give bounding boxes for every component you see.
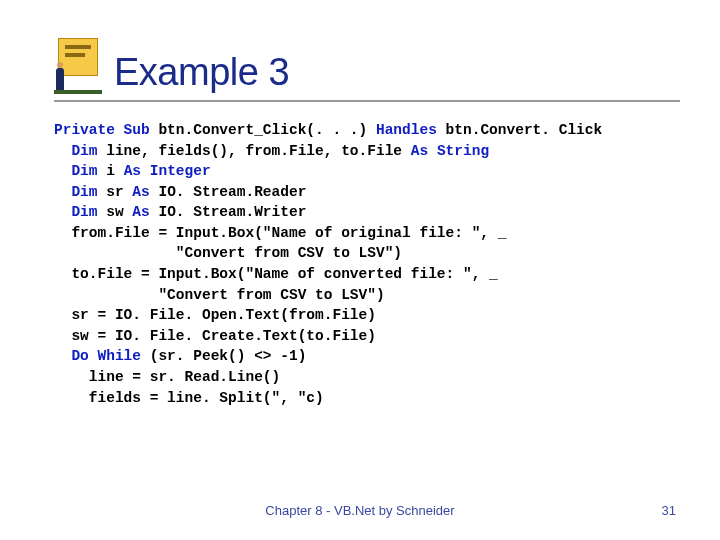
code-text: (sr. Peek() <> -1)	[141, 348, 306, 364]
kw-private-sub: Private Sub	[54, 122, 150, 138]
code-text: to.File = Input.Box("Name of converted f…	[54, 266, 498, 282]
kw-dim: Dim	[54, 204, 98, 220]
code-text: btn.Convert. Click	[437, 122, 602, 138]
code-text: sr	[98, 184, 133, 200]
kw-as: As	[132, 184, 149, 200]
code-text: IO. Stream.Writer	[150, 204, 307, 220]
code-text: line = sr. Read.Line()	[54, 369, 280, 385]
code-text: "Convert from CSV to LSV")	[54, 245, 402, 261]
slide-title: Example 3	[114, 51, 289, 94]
code-text: fields = line. Split(", "c)	[54, 390, 324, 406]
kw-as: As	[132, 204, 149, 220]
kw-do-while: Do While	[54, 348, 141, 364]
code-text: sr = IO. File. Open.Text(from.File)	[54, 307, 376, 323]
code-text: "Convert from CSV to LSV")	[54, 287, 385, 303]
slide: Example 3 Private Sub btn.Convert_Click(…	[0, 0, 720, 540]
code-block: Private Sub btn.Convert_Click(. . .) Han…	[54, 120, 690, 408]
code-text: sw = IO. File. Create.Text(to.File)	[54, 328, 376, 344]
code-text: sw	[98, 204, 133, 220]
slide-icon	[54, 38, 102, 94]
code-text: from.File = Input.Box("Name of original …	[54, 225, 506, 241]
code-text: line, fields(), from.File, to.File	[98, 143, 411, 159]
title-rule	[54, 100, 680, 102]
code-text: btn.Convert_Click(. . .)	[150, 122, 376, 138]
footer-text: Chapter 8 - VB.Net by Schneider	[265, 503, 454, 518]
header: Example 3	[54, 38, 690, 94]
kw-as-integer: As Integer	[124, 163, 211, 179]
kw-handles: Handles	[376, 122, 437, 138]
code-text: i	[98, 163, 124, 179]
kw-dim: Dim	[54, 143, 98, 159]
footer: Chapter 8 - VB.Net by Schneider 31	[0, 503, 720, 518]
code-text: IO. Stream.Reader	[150, 184, 307, 200]
kw-dim: Dim	[54, 163, 98, 179]
kw-as-string: As String	[411, 143, 489, 159]
page-number: 31	[662, 503, 676, 518]
kw-dim: Dim	[54, 184, 98, 200]
